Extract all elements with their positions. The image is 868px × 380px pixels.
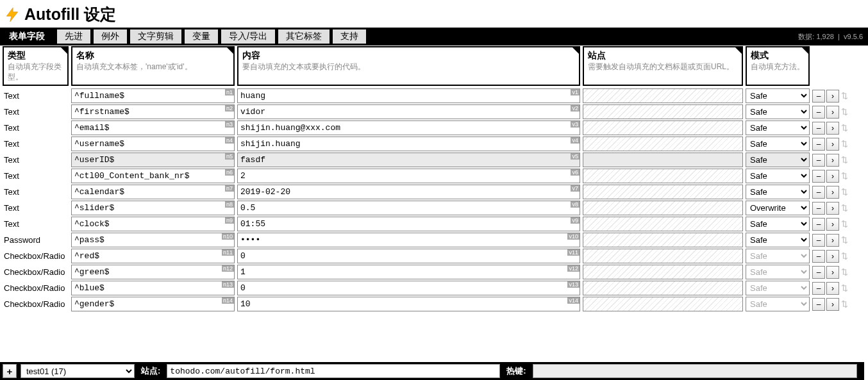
drag-handle-icon[interactable]: ⇅ (840, 171, 848, 181)
type-cell[interactable]: Text (3, 185, 69, 199)
move-row-button[interactable]: › (826, 106, 839, 119)
profile-select[interactable]: test01 (17) (21, 364, 135, 378)
name-input[interactable] (71, 104, 235, 119)
type-cell[interactable]: Text (3, 153, 69, 167)
value-input[interactable] (237, 281, 580, 295)
type-cell[interactable]: Password (3, 233, 69, 247)
remove-row-button[interactable]: – (812, 266, 825, 279)
site-input[interactable] (583, 104, 743, 119)
move-row-button[interactable]: › (826, 298, 839, 311)
value-input[interactable] (237, 217, 580, 231)
drag-handle-icon[interactable]: ⇅ (840, 155, 848, 165)
name-input[interactable] (71, 249, 235, 263)
type-cell[interactable]: Text (3, 169, 69, 183)
type-cell[interactable]: Text (3, 104, 69, 119)
value-input[interactable] (237, 153, 580, 167)
site-input[interactable] (583, 153, 743, 167)
tab-3[interactable]: 文字剪辑 (130, 29, 181, 44)
move-row-button[interactable]: › (826, 218, 839, 231)
site-input[interactable] (583, 297, 743, 311)
footer-hotkey-input[interactable] (533, 364, 857, 378)
tab-5[interactable]: 导入/导出 (221, 29, 275, 44)
drag-handle-icon[interactable]: ⇅ (840, 251, 848, 261)
drag-handle-icon[interactable]: ⇅ (840, 139, 848, 149)
drag-handle-icon[interactable]: ⇅ (840, 299, 848, 309)
move-row-button[interactable]: › (826, 266, 839, 279)
mode-select[interactable]: Safe (746, 104, 810, 119)
name-input[interactable] (71, 120, 235, 135)
remove-row-button[interactable]: – (812, 234, 825, 247)
help-corner-icon[interactable] (60, 46, 69, 55)
type-cell[interactable]: Checkbox/Radio (3, 249, 69, 263)
move-row-button[interactable]: › (826, 282, 839, 295)
site-input[interactable] (583, 249, 743, 263)
move-row-button[interactable]: › (826, 154, 839, 167)
help-corner-icon[interactable] (801, 46, 810, 55)
tab-4[interactable]: 变量 (185, 29, 218, 44)
add-profile-button[interactable]: + (3, 364, 17, 378)
site-input[interactable] (583, 88, 743, 103)
remove-row-button[interactable]: – (812, 186, 825, 199)
drag-handle-icon[interactable]: ⇅ (840, 123, 848, 133)
mode-select[interactable]: Safe (746, 217, 810, 231)
drag-handle-icon[interactable]: ⇅ (840, 283, 848, 293)
type-cell[interactable]: Checkbox/Radio (3, 297, 69, 311)
site-input[interactable] (583, 120, 743, 135)
remove-row-button[interactable]: – (812, 90, 825, 103)
move-row-button[interactable]: › (826, 234, 839, 247)
name-input[interactable] (71, 153, 235, 167)
mode-select[interactable]: Safe (746, 265, 810, 279)
remove-row-button[interactable]: – (812, 122, 825, 135)
mode-select[interactable]: Safe (746, 249, 810, 263)
name-input[interactable] (71, 265, 235, 279)
drag-handle-icon[interactable]: ⇅ (840, 187, 848, 197)
name-input[interactable] (71, 185, 235, 199)
site-input[interactable] (583, 136, 743, 151)
tab-6[interactable]: 其它标签 (278, 29, 330, 44)
type-cell[interactable]: Text (3, 136, 69, 151)
value-input[interactable] (237, 201, 580, 215)
value-input[interactable] (237, 297, 580, 311)
type-cell[interactable]: Text (3, 88, 69, 103)
move-row-button[interactable]: › (826, 170, 839, 183)
name-input[interactable] (71, 281, 235, 295)
drag-handle-icon[interactable]: ⇅ (840, 107, 848, 117)
drag-handle-icon[interactable]: ⇅ (840, 219, 848, 229)
drag-handle-icon[interactable]: ⇅ (840, 267, 848, 277)
type-cell[interactable]: Text (3, 201, 69, 215)
move-row-button[interactable]: › (826, 186, 839, 199)
mode-select[interactable]: Overwrite (746, 201, 810, 215)
help-corner-icon[interactable] (734, 46, 743, 55)
tab-7[interactable]: 支持 (333, 29, 366, 44)
remove-row-button[interactable]: – (812, 218, 825, 231)
remove-row-button[interactable]: – (812, 298, 825, 311)
name-input[interactable] (71, 217, 235, 231)
value-input[interactable] (237, 104, 580, 119)
type-cell[interactable]: Text (3, 217, 69, 231)
help-corner-icon[interactable] (226, 46, 235, 55)
content-area[interactable]: 类型 自动填充字段类型。 名称 自动填充文本标签，'name'或'id'。 内容… (0, 44, 864, 362)
site-input[interactable] (583, 265, 743, 279)
remove-row-button[interactable]: – (812, 138, 825, 151)
name-input[interactable] (71, 88, 235, 103)
value-input[interactable] (237, 120, 580, 135)
remove-row-button[interactable]: – (812, 154, 825, 167)
mode-select[interactable]: Safe (746, 233, 810, 247)
value-input[interactable] (237, 185, 580, 199)
remove-row-button[interactable]: – (812, 250, 825, 263)
drag-handle-icon[interactable]: ⇅ (840, 91, 848, 101)
value-input[interactable] (237, 233, 580, 247)
remove-row-button[interactable]: – (812, 170, 825, 183)
mode-select[interactable]: Safe (746, 136, 810, 151)
site-input[interactable] (583, 217, 743, 231)
help-corner-icon[interactable] (571, 46, 580, 55)
type-cell[interactable]: Text (3, 120, 69, 135)
value-input[interactable] (237, 169, 580, 183)
name-input[interactable] (71, 136, 235, 151)
type-cell[interactable]: Checkbox/Radio (3, 281, 69, 295)
move-row-button[interactable]: › (826, 90, 839, 103)
value-input[interactable] (237, 265, 580, 279)
value-input[interactable] (237, 136, 580, 151)
site-input[interactable] (583, 281, 743, 295)
remove-row-button[interactable]: – (812, 202, 825, 215)
